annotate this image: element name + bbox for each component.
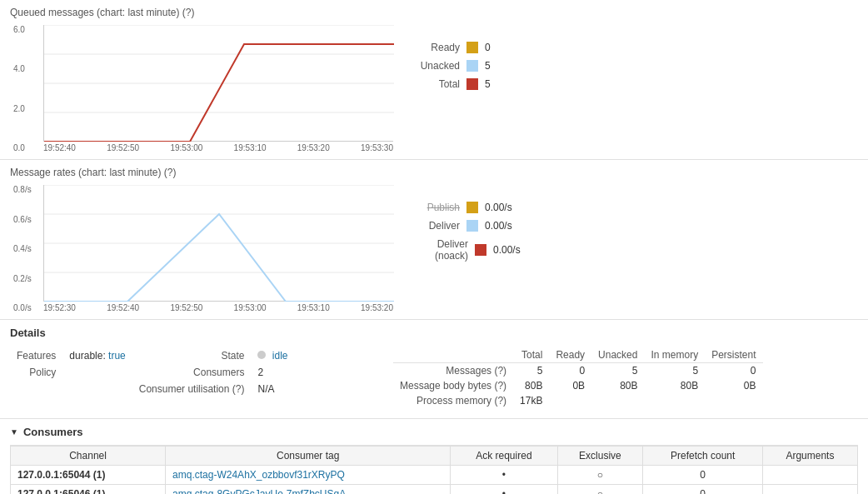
rates-deliver-noack-value: 0.00/s bbox=[493, 244, 521, 256]
rates-title: Message rates (chart: last minute) (?) bbox=[10, 167, 858, 178]
queued-ready-row: Ready 0 bbox=[410, 42, 491, 53]
state-value: idle bbox=[251, 347, 294, 364]
consumers-table: Channel Consumer tag Ack required Exclus… bbox=[10, 446, 858, 494]
consumer-tag: amq.ctag-8GvPGcJayUe-7mfZbcUSgA bbox=[166, 485, 451, 495]
policy-value bbox=[62, 364, 132, 381]
consumer-exclusive: ○ bbox=[557, 466, 643, 485]
stats-memory-label: Process memory (?) bbox=[393, 393, 513, 408]
consumer-row: 127.0.0.1:65044 (1) amq.ctag-W24AhX_ozbb… bbox=[11, 466, 858, 485]
rates-legend: Publish 0.00/s Deliver 0.00/s Deliver (n… bbox=[410, 185, 521, 262]
stats-bytes-inmemory: 80B bbox=[644, 378, 705, 393]
stats-memory-unacked bbox=[591, 393, 644, 408]
policy-row: Policy Consumers 2 bbox=[10, 364, 295, 381]
queued-chart: 6.0 4.0 2.0 0.0 bbox=[43, 25, 393, 152]
consumers-title: Consumers bbox=[23, 426, 83, 438]
stats-header-empty bbox=[393, 347, 513, 363]
stats-memory-total: 17kB bbox=[513, 393, 549, 408]
consumer-arguments bbox=[762, 485, 857, 495]
stats-bytes-ready: 0B bbox=[549, 378, 591, 393]
stats-bytes-unacked: 80B bbox=[591, 378, 644, 393]
details-left: Features durable: true State idle Policy… bbox=[10, 347, 343, 408]
rates-deliver-label: Deliver bbox=[410, 220, 460, 232]
rates-chart-wrapper: 0.8/s 0.6/s 0.4/s 0.2/s 0.0/s bbox=[10, 185, 393, 312]
rates-publish-label: Publish bbox=[410, 202, 460, 213]
col-tag: Consumer tag bbox=[166, 447, 451, 466]
stats-header-inmemory: In memory bbox=[644, 347, 705, 363]
queued-unacked-value: 5 bbox=[485, 60, 491, 72]
stats-header-row: Total Ready Unacked In memory Persistent bbox=[393, 347, 763, 363]
consumer-arguments bbox=[762, 466, 857, 485]
stats-header-ready: Ready bbox=[549, 347, 591, 363]
queued-total-swatch bbox=[466, 78, 478, 90]
policy-label: Policy bbox=[10, 364, 62, 381]
rates-chart-row: 0.8/s 0.6/s 0.4/s 0.2/s 0.0/s bbox=[10, 185, 858, 312]
queued-total-row: Total 5 bbox=[410, 78, 491, 90]
consumers-table-header: Channel Consumer tag Ack required Exclus… bbox=[11, 447, 858, 466]
queued-total-value: 5 bbox=[485, 78, 491, 90]
stats-bytes-row: Message body bytes (?) 80B 0B 80B 80B 0B bbox=[393, 378, 763, 393]
state-dot bbox=[257, 351, 266, 359]
message-rates-section: Message rates (chart: last minute) (?) 0… bbox=[0, 160, 868, 320]
stats-memory-persistent bbox=[705, 393, 762, 408]
features-value: durable: true bbox=[62, 347, 132, 364]
features-row: Features durable: true State idle bbox=[10, 347, 295, 364]
consumer-ack: • bbox=[451, 485, 557, 495]
queued-y-labels: 6.0 4.0 2.0 0.0 bbox=[13, 25, 25, 152]
details-title: Details bbox=[10, 327, 858, 339]
consumers-label: Consumers bbox=[132, 364, 252, 381]
consumers-chevron-icon: ▼ bbox=[10, 427, 18, 437]
rates-publish-row: Publish 0.00/s bbox=[410, 202, 521, 213]
state-link[interactable]: idle bbox=[272, 350, 288, 362]
queued-ready-label: Ready bbox=[410, 42, 460, 53]
col-exclusive: Exclusive bbox=[557, 447, 643, 466]
queued-unacked-row: Unacked 5 bbox=[410, 60, 491, 72]
state-label: State bbox=[132, 347, 252, 364]
queued-unacked-label: Unacked bbox=[410, 60, 460, 72]
stats-messages-total: 5 bbox=[513, 363, 549, 379]
queued-chart-row: 6.0 4.0 2.0 0.0 bbox=[10, 25, 858, 152]
col-prefetch: Prefetch count bbox=[643, 447, 762, 466]
stats-bytes-total: 80B bbox=[513, 378, 549, 393]
rates-chart-area bbox=[43, 185, 393, 302]
stats-header-persistent: Persistent bbox=[705, 347, 762, 363]
details-section: Details Features durable: true State idl… bbox=[0, 320, 868, 419]
rates-chart-svg bbox=[44, 185, 394, 302]
rates-deliver-noack-label: Deliver (noack) bbox=[410, 238, 468, 262]
consumer-prefetch: 0 bbox=[643, 466, 762, 485]
queued-unacked-swatch bbox=[466, 60, 478, 72]
consumer-ack: • bbox=[451, 466, 557, 485]
stats-messages-ready: 0 bbox=[549, 363, 591, 379]
features-label: Features bbox=[10, 347, 62, 364]
rates-deliver-noack-swatch bbox=[475, 244, 486, 256]
stats-memory-ready bbox=[549, 393, 591, 408]
rates-x-labels: 19:52:30 19:52:40 19:52:50 19:53:00 19:5… bbox=[43, 303, 393, 312]
rates-deliver-swatch bbox=[466, 220, 478, 232]
queued-chart-area bbox=[43, 25, 393, 142]
queued-ready-swatch bbox=[466, 42, 478, 53]
consumers-value: 2 bbox=[251, 364, 294, 381]
col-arguments: Arguments bbox=[762, 447, 857, 466]
consumer-util-value: N/A bbox=[251, 381, 294, 397]
stats-messages-label: Messages (?) bbox=[393, 363, 513, 379]
rates-chart: 0.8/s 0.6/s 0.4/s 0.2/s 0.0/s bbox=[43, 185, 393, 312]
stats-messages-row: Messages (?) 5 0 5 5 0 bbox=[393, 363, 763, 379]
durable-link[interactable]: true bbox=[108, 350, 126, 362]
queued-total-label: Total bbox=[410, 78, 460, 90]
consumers-header[interactable]: ▼ Consumers bbox=[10, 419, 858, 446]
col-ack: Ack required bbox=[451, 447, 557, 466]
stats-bytes-persistent: 0B bbox=[705, 378, 762, 393]
queued-ready-value: 0 bbox=[485, 42, 491, 53]
queued-chart-wrapper: 6.0 4.0 2.0 0.0 bbox=[10, 25, 393, 152]
stats-memory-row: Process memory (?) 17kB bbox=[393, 393, 763, 408]
rates-deliver-row: Deliver 0.00/s bbox=[410, 220, 521, 232]
rates-deliver-noack-row: Deliver (noack) 0.00/s bbox=[410, 238, 521, 262]
consumer-exclusive: ○ bbox=[557, 485, 643, 495]
col-channel: Channel bbox=[11, 447, 166, 466]
consumer-tag: amq.ctag-W24AhX_ozbbovf31rXRyPQ bbox=[166, 466, 451, 485]
stats-header-unacked: Unacked bbox=[591, 347, 644, 363]
details-content: Features durable: true State idle Policy… bbox=[10, 347, 858, 408]
consumer-util-label: Consumer utilisation (?) bbox=[132, 381, 252, 397]
rates-publish-swatch bbox=[466, 202, 478, 213]
details-left-table: Features durable: true State idle Policy… bbox=[10, 347, 295, 397]
stats-memory-inmemory bbox=[644, 393, 705, 408]
